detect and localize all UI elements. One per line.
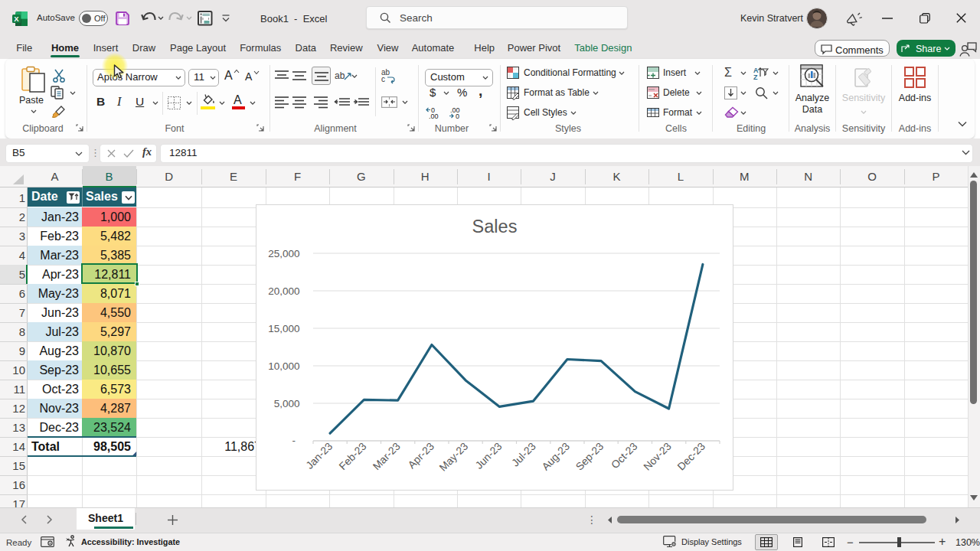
svg-text:Sep-23: Sep-23 [573,440,606,472]
svg-text:ab: ab [335,70,345,81]
svg-text:5,000: 5,000 [274,398,300,409]
svg-text:-: - [292,435,296,446]
svg-text:Feb-23: Feb-23 [337,440,369,472]
svg-text:25,000: 25,000 [268,248,299,259]
svg-text:15,000: 15,000 [268,323,299,334]
svg-text:0: 0 [456,112,459,120]
svg-text:Jan-23: Jan-23 [304,440,335,471]
svg-text:.00: .00 [429,112,439,120]
svg-text:Nov-23: Nov-23 [642,440,674,472]
svg-text:Dec-23: Dec-23 [675,440,707,472]
svg-text:Sales: Sales [472,217,518,236]
svg-text:Mar-23: Mar-23 [371,440,403,472]
svg-text:Jun-23: Jun-23 [473,440,505,471]
svg-text:Z: Z [753,73,758,81]
svg-text:c: c [381,75,385,83]
svg-text:Oct-23: Oct-23 [609,440,640,471]
svg-text:Jul-23: Jul-23 [510,440,538,468]
svg-text:Aug-23: Aug-23 [540,440,572,472]
svg-text:May-23: May-23 [437,440,470,473]
svg-text:Apr-23: Apr-23 [406,440,436,471]
svg-text:10,000: 10,000 [268,360,299,372]
svg-text:X: X [14,15,19,23]
svg-text:20,000: 20,000 [268,285,299,297]
